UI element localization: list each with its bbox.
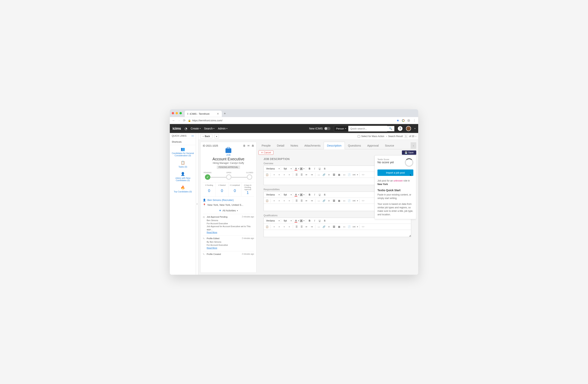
bold-icon[interactable]: B <box>307 167 312 171</box>
indent-icon[interactable]: ⇥ <box>310 172 314 177</box>
analytics-icon[interactable]: ◔ <box>185 127 187 130</box>
hr-icon[interactable]: — <box>317 199 321 203</box>
bullet-list-icon[interactable]: ☰ <box>299 199 304 203</box>
font-color-icon[interactable]: A <box>294 167 297 171</box>
italic-icon[interactable]: I <box>313 167 317 171</box>
nav-admin[interactable]: Admin ▾ <box>218 127 228 130</box>
nav-back-icon[interactable]: ← <box>172 119 175 122</box>
logo[interactable]: icims <box>172 127 181 131</box>
new-tab-button[interactable]: + <box>224 112 226 116</box>
paste-icon[interactable]: 📋 <box>265 225 269 229</box>
quick-search-input[interactable] <box>348 126 387 131</box>
highlight-color-icon[interactable]: A <box>300 167 303 170</box>
bookmark-icon[interactable]: ★ <box>397 119 399 122</box>
new-icims-toggle[interactable]: New iCIMS <box>309 127 331 130</box>
font-select[interactable]: Verdana ▾ <box>265 167 281 171</box>
tab-people[interactable]: People <box>258 142 274 149</box>
bold-icon[interactable]: B <box>307 219 312 223</box>
save-button[interactable]: 💾 Save <box>402 150 416 155</box>
align-left-icon[interactable]: ≡ <box>272 225 276 229</box>
address-bar[interactable]: 🔒 https://termfront.icims.com/ <box>188 119 394 122</box>
close-window-icon[interactable] <box>172 112 174 114</box>
sidebar-collapse-handle[interactable]: ‹ <box>196 133 198 275</box>
indent-icon[interactable]: ⇥ <box>310 199 314 203</box>
size-select[interactable]: 9pt ▾ <box>283 219 293 222</box>
print-icon[interactable]: 🖶 <box>252 144 254 147</box>
spellcheck-icon[interactable]: ABC <box>352 172 356 177</box>
source-icon[interactable]: <> <box>361 225 365 229</box>
italic-icon[interactable]: I <box>313 192 317 197</box>
font-select[interactable]: Verdana ▾ <box>265 193 281 196</box>
outdent-icon[interactable]: ⇤ <box>304 225 309 229</box>
profile-icon[interactable] <box>407 119 410 122</box>
align-justify-icon[interactable]: ≡ <box>287 199 292 203</box>
sidebar-item-tasks[interactable]: 📋 Tasks (0) <box>170 159 196 170</box>
font-select[interactable]: Verdana ▾ <box>265 219 281 222</box>
align-left-icon[interactable]: ≡ <box>272 199 276 203</box>
highlight-color-icon[interactable]: A <box>300 193 303 196</box>
source-icon[interactable]: <> <box>361 199 365 203</box>
paste-icon[interactable]: 📋 <box>265 199 269 203</box>
link-icon[interactable]: 🔗 <box>322 199 326 203</box>
spellcheck-icon[interactable]: ABC <box>352 199 356 203</box>
hr-icon[interactable]: — <box>317 172 321 177</box>
nav-forward-icon[interactable]: → <box>178 119 181 122</box>
strikethrough-icon[interactable]: S <box>322 192 327 197</box>
search-scope-select[interactable]: Person ▾ <box>334 126 348 131</box>
maximize-window-icon[interactable] <box>180 112 182 114</box>
numbered-list-icon[interactable]: ☰ <box>294 225 299 229</box>
align-right-icon[interactable]: ≡ <box>282 225 286 229</box>
table-icon[interactable]: ▦ <box>337 172 341 177</box>
pin-icon[interactable]: ⊷ <box>191 134 194 137</box>
delete-icon[interactable]: 🗑 <box>243 144 246 147</box>
highlight-color-icon[interactable]: A <box>300 219 303 222</box>
file-icon[interactable]: 📄 <box>347 199 351 203</box>
help-icon[interactable]: ? <box>398 126 402 131</box>
video-icon[interactable]: ▭ <box>342 199 346 203</box>
activities-filter[interactable]: ▼ All Activities ▾ <box>203 209 254 212</box>
sidebar-item-candidates-general[interactable]: 👥 Candidates for General Consideration (… <box>170 145 196 159</box>
underline-icon[interactable]: U <box>317 192 322 197</box>
unlink-icon[interactable]: ⤫ <box>327 172 331 177</box>
unlink-icon[interactable]: ⤫ <box>327 225 331 229</box>
sidebar-item-jobs-new-candidates[interactable]: 👤 Job(s) with New Candidates (0) <box>170 170 196 183</box>
align-center-icon[interactable]: ≡ <box>277 172 281 177</box>
hr-icon[interactable]: — <box>317 225 321 229</box>
unlink-icon[interactable]: ⤫ <box>327 199 331 203</box>
numbered-list-icon[interactable]: ☰ <box>294 172 299 177</box>
tab-scroll-left-icon[interactable]: ‹ <box>411 142 416 149</box>
read-more-link[interactable]: Read More <box>207 231 217 234</box>
tab-attachments[interactable]: Attachments <box>301 142 323 149</box>
tab-notes[interactable]: Notes <box>287 142 301 149</box>
size-select[interactable]: 9pt ▾ <box>283 167 293 171</box>
search-result-next-icon[interactable]: › <box>416 135 416 138</box>
strikethrough-icon[interactable]: S <box>322 219 327 223</box>
close-tab-icon[interactable]: ✕ <box>217 112 219 115</box>
file-icon[interactable]: 📄 <box>347 225 351 229</box>
search-result-prev-icon[interactable]: ‹ <box>386 135 387 138</box>
tab-approval[interactable]: Approval <box>364 142 382 149</box>
align-center-icon[interactable]: ≡ <box>277 225 281 229</box>
image-icon[interactable]: 🖼 <box>332 225 336 229</box>
mass-action-input[interactable] <box>358 135 360 138</box>
tab-detail[interactable]: Detail <box>274 142 287 149</box>
browser-tab[interactable]: i iCIMS - Termfront ✕ <box>185 111 222 117</box>
align-right-icon[interactable]: ≡ <box>282 199 286 203</box>
back-button[interactable]: ‹ Back <box>200 134 212 138</box>
tab-questions[interactable]: Questions <box>345 142 364 149</box>
read-more-link[interactable]: Read More <box>207 247 217 249</box>
align-center-icon[interactable]: ≡ <box>277 199 281 203</box>
user-menu-caret-icon[interactable]: ▾ <box>415 128 416 129</box>
extension-icon[interactable] <box>402 119 405 122</box>
underline-icon[interactable]: U <box>317 167 322 171</box>
tab-description[interactable]: Description <box>324 142 345 149</box>
numbered-list-icon[interactable]: ☰ <box>294 199 299 203</box>
recruiter-link[interactable]: 👤 Ben Simons (Recruiter) <box>203 199 254 201</box>
align-right-icon[interactable]: ≡ <box>282 172 286 177</box>
user-avatar[interactable] <box>406 126 411 131</box>
tab-source[interactable]: Source <box>382 142 397 149</box>
search-button[interactable]: 🔍 <box>387 126 394 131</box>
toggle-switch-icon[interactable] <box>324 127 331 130</box>
rte-body-qualifications[interactable] <box>264 230 411 237</box>
browser-menu-icon[interactable]: ⋮ <box>413 119 416 122</box>
